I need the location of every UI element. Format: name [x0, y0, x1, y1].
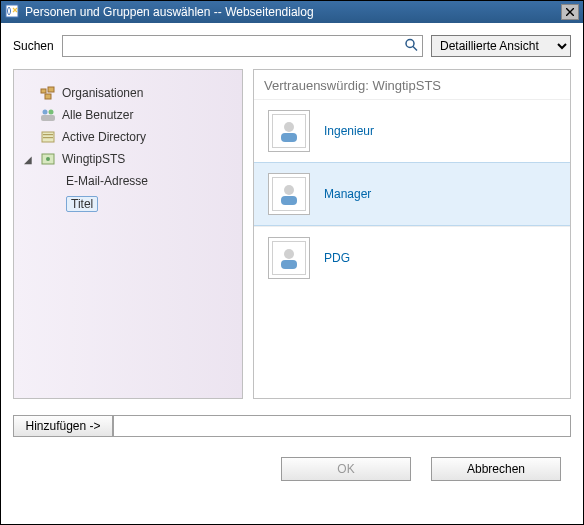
window-title: Personen und Gruppen auswählen -- Websei…	[25, 5, 314, 19]
add-button[interactable]: Hinzufügen ->	[13, 415, 113, 437]
svg-point-18	[284, 249, 294, 259]
avatar	[268, 110, 310, 152]
view-select[interactable]: Detaillierte Ansicht	[431, 35, 571, 57]
tree-item-label: Alle Benutzer	[62, 108, 133, 122]
users-icon	[40, 108, 56, 122]
svg-point-7	[49, 110, 54, 115]
result-label: Ingenieur	[324, 124, 374, 138]
search-box[interactable]	[62, 35, 423, 57]
tree-item-alle-benutzer[interactable]: Alle Benutzer	[20, 106, 236, 124]
result-item-ingenieur[interactable]: Ingenieur	[254, 99, 570, 162]
ok-button[interactable]: OK	[281, 457, 411, 481]
title-bar: Personen und Gruppen auswählen -- Websei…	[1, 1, 583, 23]
avatar	[268, 237, 310, 279]
svg-point-16	[284, 185, 294, 195]
svg-rect-5	[45, 94, 51, 99]
svg-rect-4	[48, 87, 54, 92]
result-label: Manager	[324, 187, 371, 201]
org-icon	[40, 86, 56, 100]
svg-rect-10	[43, 134, 53, 135]
result-label: PDG	[324, 251, 350, 265]
results-pane: Vertrauenswürdig: WingtipSTS Ingenieur M…	[253, 69, 571, 399]
ad-icon	[40, 130, 56, 144]
svg-rect-15	[281, 133, 297, 142]
tree-item-label: WingtipSTS	[62, 152, 125, 166]
svg-point-1	[406, 40, 414, 48]
svg-line-2	[413, 47, 417, 51]
results-header: Vertrauenswürdig: WingtipSTS	[254, 70, 570, 99]
tree-item-email[interactable]: E-Mail-Adresse	[20, 172, 236, 190]
tree-item-label: Active Directory	[62, 130, 146, 144]
result-item-manager[interactable]: Manager	[254, 162, 570, 226]
chevron-down-icon[interactable]: ◢	[24, 154, 34, 165]
svg-point-14	[284, 122, 294, 132]
tree-item-wingtipsts[interactable]: ◢ WingtipSTS	[20, 150, 236, 168]
svg-rect-11	[43, 137, 53, 138]
add-input[interactable]	[113, 415, 571, 437]
svg-rect-17	[281, 196, 297, 205]
cancel-button[interactable]: Abbrechen	[431, 457, 561, 481]
tree-item-active-directory[interactable]: Active Directory	[20, 128, 236, 146]
avatar	[268, 173, 310, 215]
svg-point-6	[43, 110, 48, 115]
tree-pane: Organisationen Alle Benutzer Active Dire…	[13, 69, 243, 399]
svg-rect-8	[41, 115, 55, 121]
tree-item-label: Organisationen	[62, 86, 143, 100]
result-item-pdg[interactable]: PDG	[254, 226, 570, 289]
tree-item-titel[interactable]: Titel	[20, 194, 236, 214]
tree-item-label: Titel	[66, 196, 98, 212]
app-icon	[5, 4, 19, 21]
sts-icon	[40, 152, 56, 166]
search-icon[interactable]	[404, 38, 418, 55]
close-button[interactable]	[561, 4, 579, 20]
search-label: Suchen	[13, 39, 54, 53]
svg-rect-19	[281, 260, 297, 269]
tree-item-label: E-Mail-Adresse	[66, 174, 148, 188]
svg-rect-3	[41, 89, 46, 93]
svg-point-13	[46, 157, 50, 161]
tree-item-organisationen[interactable]: Organisationen	[20, 84, 236, 102]
search-input[interactable]	[63, 36, 422, 56]
